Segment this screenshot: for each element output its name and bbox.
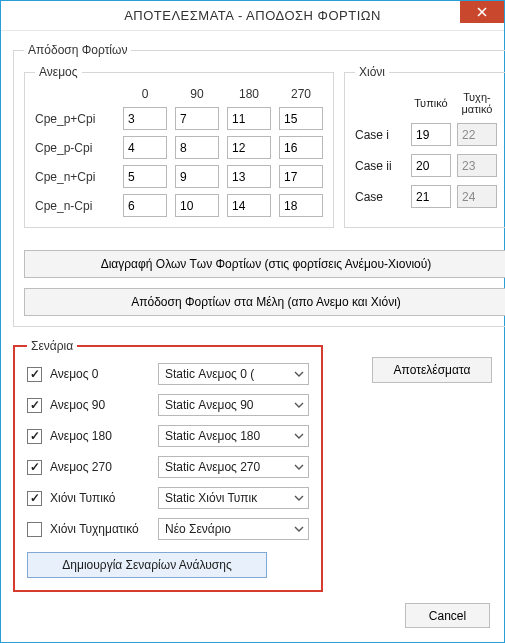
- chevron-down-icon: [290, 371, 308, 377]
- scenario-checkbox[interactable]: [27, 522, 42, 537]
- scenario-select-text: Νέο Σενάριο: [165, 522, 290, 536]
- anemos-input[interactable]: [227, 194, 271, 217]
- scenario-row: Ανεμος 90Static Ανεμος 90: [27, 394, 309, 416]
- scenario-select-text: Static Ανεμος 180: [165, 429, 290, 443]
- chioni-group: Χιόνι Τυπικό Τυχη- ματικό Case i Case ii…: [344, 65, 505, 228]
- close-icon: [477, 7, 487, 17]
- anemos-row-label: Cpe_n-Cpi: [35, 199, 115, 213]
- chioni-row-label: Case i: [355, 128, 405, 142]
- chioni-typ-input[interactable]: [411, 123, 451, 146]
- scenario-label: Ανεμος 90: [50, 398, 150, 412]
- scenaria-legend: Σενάρια: [27, 339, 77, 353]
- anemos-row-label: Cpe_p+Cpi: [35, 112, 115, 126]
- apodosi-group: Απόδοση Φορτίων Ανεμος 0 90 180 270 Cpe_…: [13, 43, 505, 327]
- scenario-checkbox[interactable]: [27, 429, 42, 444]
- anemos-input[interactable]: [279, 107, 323, 130]
- anemos-input[interactable]: [123, 165, 167, 188]
- scenario-label: Ανεμος 270: [50, 460, 150, 474]
- chioni-acc-input: [457, 123, 497, 146]
- chevron-down-icon: [290, 495, 308, 501]
- chioni-acc-input: [457, 185, 497, 208]
- chevron-down-icon: [290, 464, 308, 470]
- anemos-input[interactable]: [227, 165, 271, 188]
- scenario-select[interactable]: Static Ανεμος 90: [158, 394, 309, 416]
- scenario-row: Χιόνι ΤυπικόStatic Χιόνι Τυπικ: [27, 487, 309, 509]
- anemos-input[interactable]: [279, 136, 323, 159]
- anemos-input[interactable]: [123, 194, 167, 217]
- anemos-input[interactable]: [175, 194, 219, 217]
- anemos-legend: Ανεμος: [35, 65, 82, 79]
- anemos-col-3: 270: [279, 87, 323, 101]
- chioni-acc-input: [457, 154, 497, 177]
- scenario-row: Χιόνι ΤυχηματικόΝέο Σενάριο: [27, 518, 309, 540]
- scenario-select[interactable]: Static Ανεμος 0 (: [158, 363, 309, 385]
- scenario-label: Ανεμος 180: [50, 429, 150, 443]
- anemos-row-label: Cpe_p-Cpi: [35, 141, 115, 155]
- cancel-button[interactable]: Cancel: [405, 603, 490, 628]
- scenario-checkbox[interactable]: [27, 460, 42, 475]
- anemos-row-label: Cpe_n+Cpi: [35, 170, 115, 184]
- anemos-input[interactable]: [123, 107, 167, 130]
- chioni-row-label: Case: [355, 190, 405, 204]
- scenario-select-text: Static Χιόνι Τυπικ: [165, 491, 290, 505]
- window-title: ΑΠΟΤΕΛΕΣΜΑΤΑ - ΑΠΟΔΟΣΗ ΦΟΡΤΙΩΝ: [124, 8, 381, 23]
- scenario-row: Ανεμος 270Static Ανεμος 270: [27, 456, 309, 478]
- anemos-input[interactable]: [175, 165, 219, 188]
- scenaria-group: Σενάρια Ανεμος 0Static Ανεμος 0 (Ανεμος …: [13, 339, 323, 592]
- chioni-typ-input[interactable]: [411, 185, 451, 208]
- close-button[interactable]: [460, 1, 504, 23]
- scenario-select-text: Static Ανεμος 270: [165, 460, 290, 474]
- anemos-col-2: 180: [227, 87, 271, 101]
- scenario-label: Χιόνι Τυχηματικό: [50, 522, 150, 536]
- anemos-input[interactable]: [175, 136, 219, 159]
- anemos-input[interactable]: [227, 136, 271, 159]
- results-button[interactable]: Αποτελέσματα: [372, 357, 492, 383]
- scenario-select-text: Static Ανεμος 0 (: [165, 367, 290, 381]
- chevron-down-icon: [290, 433, 308, 439]
- scenario-checkbox[interactable]: [27, 398, 42, 413]
- scenario-select-text: Static Ανεμος 90: [165, 398, 290, 412]
- scenario-row: Ανεμος 180Static Ανεμος 180: [27, 425, 309, 447]
- anemos-input[interactable]: [227, 107, 271, 130]
- apodosi-legend: Απόδοση Φορτίων: [24, 43, 131, 57]
- scenario-select[interactable]: Static Ανεμος 270: [158, 456, 309, 478]
- scenario-label: Ανεμος 0: [50, 367, 150, 381]
- scenario-select[interactable]: Static Ανεμος 180: [158, 425, 309, 447]
- delete-all-button[interactable]: Διαγραφή Ολων Των Φορτίων (στις φορτίσει…: [24, 250, 505, 278]
- anemos-input[interactable]: [123, 136, 167, 159]
- anemos-input[interactable]: [175, 107, 219, 130]
- scenario-checkbox[interactable]: [27, 491, 42, 506]
- chioni-legend: Χιόνι: [355, 65, 389, 79]
- chioni-typ-input[interactable]: [411, 154, 451, 177]
- create-scenarios-button[interactable]: Δημιουργία Σεναρίων Ανάλυσης: [27, 552, 267, 578]
- scenario-checkbox[interactable]: [27, 367, 42, 382]
- scenario-select[interactable]: Νέο Σενάριο: [158, 518, 309, 540]
- scenario-label: Χιόνι Τυπικό: [50, 491, 150, 505]
- apply-loads-button[interactable]: Απόδοση Φορτίων στα Μέλη (απο Ανεμο και …: [24, 288, 505, 316]
- chevron-down-icon: [290, 402, 308, 408]
- chioni-col-acc: Τυχη- ματικό: [457, 91, 497, 115]
- anemos-group: Ανεμος 0 90 180 270 Cpe_p+Cpi Cpe_p-Cpi: [24, 65, 334, 228]
- chioni-row-label: Case ii: [355, 159, 405, 173]
- scenario-row: Ανεμος 0Static Ανεμος 0 (: [27, 363, 309, 385]
- anemos-col-1: 90: [175, 87, 219, 101]
- anemos-input[interactable]: [279, 194, 323, 217]
- chioni-grid: Τυπικό Τυχη- ματικό Case i Case ii Case: [355, 87, 497, 208]
- chioni-col-typ: Τυπικό: [411, 97, 451, 109]
- anemos-grid: 0 90 180 270 Cpe_p+Cpi Cpe_p-Cpi: [35, 87, 323, 217]
- anemos-col-0: 0: [123, 87, 167, 101]
- chevron-down-icon: [290, 526, 308, 532]
- anemos-input[interactable]: [279, 165, 323, 188]
- scenario-select[interactable]: Static Χιόνι Τυπικ: [158, 487, 309, 509]
